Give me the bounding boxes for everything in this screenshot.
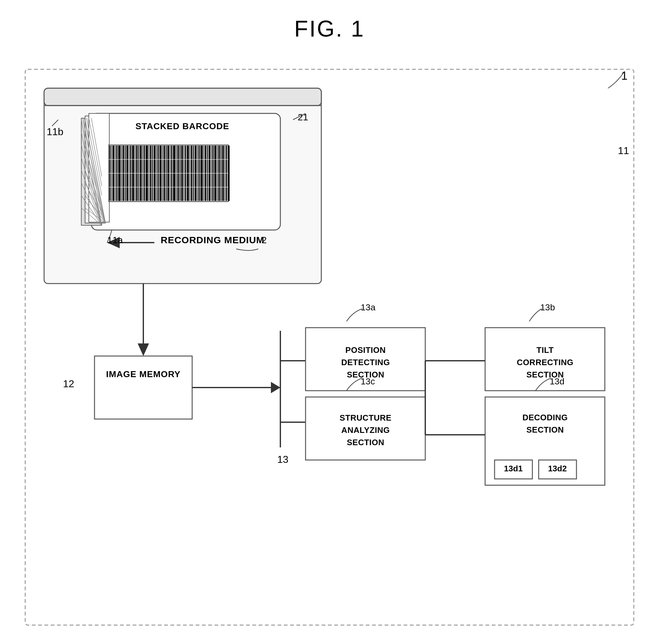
svg-marker-102 (271, 382, 280, 393)
svg-rect-41 (130, 145, 131, 201)
section-13c-label: STRUCTUREANALYZINGSECTION (308, 402, 423, 458)
label-2: 2 (261, 235, 267, 246)
svg-rect-46 (140, 145, 142, 201)
svg-rect-54 (156, 145, 157, 201)
svg-line-26 (85, 183, 105, 223)
svg-rect-84 (214, 145, 216, 201)
svg-rect-56 (159, 145, 162, 201)
sub-box-13d2: 13d2 (541, 464, 574, 474)
svg-rect-38 (125, 145, 126, 201)
section-13b-label: TILTCORRECTINGSECTION (488, 336, 603, 389)
svg-line-28 (85, 208, 105, 223)
svg-rect-40 (129, 145, 130, 201)
svg-line-25 (85, 170, 105, 223)
svg-rect-58 (164, 145, 165, 201)
svg-rect-31 (111, 145, 112, 201)
svg-marker-99 (138, 343, 149, 356)
svg-rect-36 (121, 145, 122, 201)
svg-rect-52 (152, 145, 153, 201)
svg-line-22 (85, 132, 105, 223)
svg-rect-90 (226, 145, 227, 201)
svg-rect-61 (170, 145, 170, 201)
svg-line-23 (85, 145, 105, 223)
ref-13a: 13a (361, 302, 376, 313)
svg-line-13 (91, 118, 102, 177)
svg-rect-64 (176, 145, 177, 201)
svg-rect-59 (166, 145, 167, 201)
svg-rect-66 (180, 145, 181, 201)
svg-rect-51 (150, 145, 151, 201)
svg-rect-47 (142, 145, 143, 201)
image-memory-label: IMAGE MEMORY (98, 369, 189, 380)
svg-rect-42 (132, 145, 134, 201)
svg-rect-65 (178, 145, 179, 201)
sub-box-13d1: 13d1 (497, 464, 530, 474)
svg-rect-53 (154, 145, 156, 201)
ref-1: 1 (621, 69, 628, 83)
svg-rect-34 (116, 145, 118, 201)
svg-rect-72 (191, 145, 192, 201)
label-11a: 11a (107, 235, 123, 246)
label-21: 21 (298, 112, 308, 122)
svg-rect-67 (181, 145, 183, 201)
svg-line-16 (81, 158, 102, 225)
svg-rect-86 (218, 145, 220, 201)
svg-line-20 (81, 208, 102, 225)
svg-rect-49 (145, 145, 148, 201)
ref-13b: 13b (540, 302, 555, 313)
svg-rect-77 (201, 145, 203, 201)
stacked-barcode-label: STACKED BARCODE (136, 121, 229, 131)
svg-rect-30 (109, 145, 111, 201)
svg-line-8 (81, 120, 102, 225)
svg-line-15 (81, 145, 102, 225)
svg-rect-63 (173, 145, 175, 201)
svg-rect-6 (85, 116, 105, 223)
svg-rect-89 (225, 145, 225, 201)
svg-rect-60 (167, 145, 169, 201)
svg-line-18 (81, 183, 102, 225)
svg-rect-7 (89, 113, 109, 222)
svg-rect-55 (158, 145, 159, 201)
svg-rect-78 (204, 145, 204, 201)
svg-rect-33 (115, 145, 116, 201)
svg-rect-68 (184, 145, 184, 201)
svg-line-14 (81, 132, 102, 225)
svg-rect-73 (193, 145, 194, 201)
svg-rect-74 (195, 145, 196, 201)
svg-rect-5 (81, 118, 102, 225)
svg-rect-43 (135, 145, 136, 201)
section-13d-label: DECODINGSECTION (488, 402, 603, 446)
svg-line-12 (89, 118, 102, 186)
svg-line-21 (85, 120, 105, 223)
svg-rect-44 (136, 145, 138, 201)
label-11b: 11b (47, 126, 63, 138)
svg-rect-80 (207, 145, 208, 201)
svg-rect-32 (113, 145, 114, 201)
svg-line-11 (87, 118, 102, 196)
svg-rect-39 (126, 145, 128, 201)
svg-rect-88 (222, 145, 224, 201)
svg-rect-76 (198, 145, 200, 201)
svg-rect-1 (44, 88, 321, 283)
svg-line-10 (85, 118, 102, 205)
svg-rect-75 (197, 145, 198, 201)
svg-rect-79 (205, 145, 206, 201)
svg-rect-69 (185, 145, 186, 201)
svg-rect-62 (171, 145, 172, 201)
recording-medium-label: RECORDING MEDIUM (161, 235, 264, 246)
svg-rect-87 (220, 145, 221, 201)
svg-rect-48 (144, 145, 145, 201)
ref-13d: 13d (550, 376, 565, 387)
ref-13c: 13c (361, 376, 375, 387)
svg-rect-83 (212, 145, 214, 201)
svg-rect-85 (217, 145, 218, 201)
page-title: FIG. 1 (0, 16, 659, 42)
svg-rect-2 (44, 88, 321, 106)
svg-rect-35 (118, 145, 121, 201)
svg-rect-81 (209, 145, 210, 201)
svg-rect-71 (190, 145, 190, 201)
svg-rect-29 (109, 145, 228, 202)
svg-line-19 (81, 196, 102, 225)
svg-rect-70 (187, 145, 189, 201)
svg-line-17 (81, 170, 102, 225)
